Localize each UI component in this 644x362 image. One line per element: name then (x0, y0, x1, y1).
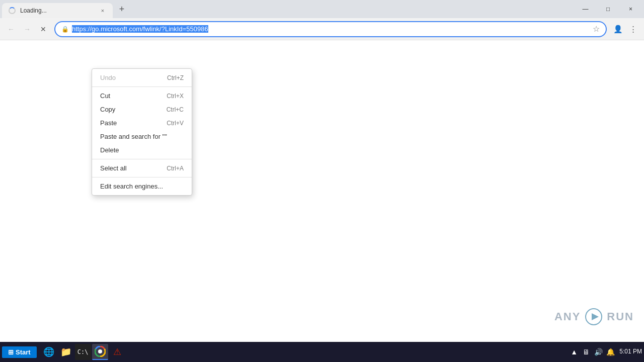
tab-favicon (8, 7, 16, 15)
url-input[interactable] (72, 25, 590, 33)
context-menu-cut[interactable]: Cut Ctrl+X (92, 89, 192, 103)
loading-spinner (9, 7, 16, 14)
context-menu-delete-label: Delete (100, 146, 119, 154)
new-tab-button[interactable]: + (115, 2, 129, 16)
bookmark-star-icon[interactable]: ☆ (593, 24, 600, 34)
close-button[interactable]: × (619, 2, 642, 16)
chrome-taskbar-icon[interactable] (92, 344, 108, 360)
context-menu-undo-label: Undo (100, 74, 116, 81)
reload-button[interactable]: ✕ (36, 22, 50, 36)
tray-volume-icon[interactable]: 🔊 (593, 347, 603, 357)
browser-toolbar: ← → ✕ 🔒 ☆ 👤 ⋮ (0, 18, 644, 40)
anyrun-logo-icon (585, 308, 603, 326)
profile-button[interactable]: 👤 (611, 22, 625, 36)
taskbar-clock[interactable]: 5:01 PM (619, 348, 642, 356)
context-menu-copy-shortcut: Ctrl+C (167, 106, 184, 113)
chrome-menu-button[interactable]: ⋮ (626, 22, 640, 36)
taskbar-time: 5:01 PM (619, 348, 642, 356)
context-menu-edit-search-engines-label: Edit search engines... (100, 183, 163, 190)
context-menu-select-all[interactable]: Select all Ctrl+A (92, 161, 192, 175)
address-bar[interactable]: 🔒 ☆ (54, 21, 607, 37)
start-icon: ⊞ (8, 348, 14, 356)
toolbar-actions: 👤 ⋮ (611, 22, 640, 36)
context-menu-cut-shortcut: Ctrl+X (167, 93, 184, 100)
watermark-text-run: RUN (607, 310, 634, 323)
context-menu-paste-search[interactable]: Paste and search for "" (92, 130, 192, 143)
taskbar-icons: 🌐 📁 C:\ ⚠ (41, 344, 125, 360)
chrome-logo-icon (95, 346, 106, 357)
taskbar: ⊞ Start 🌐 📁 C:\ (0, 342, 644, 362)
context-menu-separator-3 (92, 177, 192, 177)
browser-tab[interactable]: Loading... × (2, 3, 113, 18)
folder-taskbar-icon[interactable]: 📁 (58, 344, 74, 360)
page-content: Undo Ctrl+Z Cut Ctrl+X Copy Ctrl+C Paste… (0, 40, 644, 350)
security-taskbar-icon[interactable]: ⚠ (109, 344, 125, 360)
context-menu-copy-label: Copy (100, 106, 115, 113)
forward-button[interactable]: → (20, 22, 34, 36)
context-menu-separator-2 (92, 159, 192, 159)
context-menu-paste-search-label: Paste and search for "" (100, 133, 167, 140)
context-menu-copy[interactable]: Copy Ctrl+C (92, 103, 192, 116)
back-button[interactable]: ← (4, 22, 18, 36)
tab-close-button[interactable]: × (99, 7, 107, 15)
security-icon: 🔒 (61, 26, 69, 33)
tab-title: Loading... (20, 7, 95, 14)
system-tray: ▲ 🖥 🔊 🔔 (569, 347, 615, 357)
context-menu-edit-search-engines[interactable]: Edit search engines... (92, 179, 192, 193)
context-menu-cut-label: Cut (100, 92, 110, 100)
tray-network-icon[interactable]: 🖥 (581, 347, 591, 357)
context-menu-undo[interactable]: Undo Ctrl+Z (92, 71, 192, 84)
start-button[interactable]: ⊞ Start (2, 346, 37, 358)
anyrun-watermark: ANY RUN (554, 308, 634, 326)
maximize-button[interactable]: □ (597, 2, 619, 16)
watermark-text-any: ANY (554, 310, 581, 323)
browser-window: Loading... × + — □ × ← → ✕ 🔒 ☆ 👤 ⋮ U (0, 0, 644, 362)
context-menu: Undo Ctrl+Z Cut Ctrl+X Copy Ctrl+C Paste… (92, 68, 192, 196)
taskbar-right: ▲ 🖥 🔊 🔔 5:01 PM (569, 347, 642, 357)
ie-taskbar-icon[interactable]: 🌐 (41, 344, 57, 360)
start-label: Start (16, 348, 31, 356)
context-menu-paste-label: Paste (100, 119, 117, 127)
context-menu-select-all-shortcut: Ctrl+A (167, 165, 184, 172)
minimize-button[interactable]: — (574, 2, 597, 16)
window-controls: — □ × (574, 2, 642, 16)
context-menu-paste[interactable]: Paste Ctrl+V (92, 116, 192, 130)
context-menu-select-all-label: Select all (100, 164, 127, 172)
context-menu-separator-1 (92, 86, 192, 87)
svg-marker-1 (592, 313, 599, 320)
title-bar: Loading... × + — □ × (0, 0, 644, 18)
context-menu-paste-shortcut: Ctrl+V (167, 120, 184, 127)
tray-expand-icon[interactable]: ▲ (569, 347, 579, 357)
cmd-taskbar-icon[interactable]: C:\ (75, 344, 91, 360)
context-menu-delete[interactable]: Delete (92, 143, 192, 157)
svg-point-3 (98, 349, 102, 353)
context-menu-undo-shortcut: Ctrl+Z (167, 74, 184, 81)
tray-notification-icon[interactable]: 🔔 (605, 347, 615, 357)
